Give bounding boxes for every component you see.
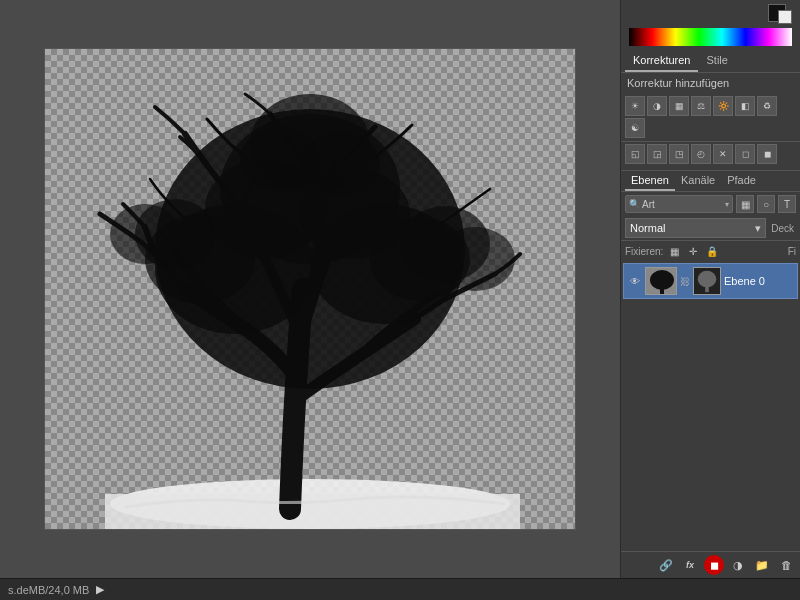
fixieren-row: Fixieren: ▦ ✛ 🔒 Fi (621, 240, 800, 261)
layer-visibility-toggle[interactable]: 👁 (628, 274, 642, 288)
layer-adjustment-btn[interactable]: ◑ (728, 555, 748, 575)
adj-bw[interactable]: ◱ (625, 144, 645, 164)
layer-chain-icon: ⛓ (680, 276, 690, 287)
adj-invert[interactable]: ✕ (713, 144, 733, 164)
tab-pfade[interactable]: Pfade (721, 171, 762, 191)
tab-korrekturen[interactable]: Korrekturen (625, 50, 698, 72)
tab-ebenen[interactable]: Ebenen (625, 171, 675, 191)
adj-vibrance[interactable]: ◧ (735, 96, 755, 116)
play-button[interactable]: ▶ (93, 583, 107, 597)
status-bar: s.de MB/24,0 MB ▶ (0, 578, 800, 600)
layers-controls: 🔍 Art ▾ ▦ ○ T (621, 192, 800, 216)
tree-image (45, 49, 575, 529)
adj-curves[interactable]: ⚖ (691, 96, 711, 116)
svg-rect-19 (660, 286, 664, 295)
layer-folder-btn[interactable]: 📁 (752, 555, 772, 575)
layer-name: Ebene 0 (724, 275, 793, 287)
layer-fx-btn[interactable]: fx (680, 555, 700, 575)
fix-icon-lock[interactable]: 🔒 (704, 243, 720, 259)
canvas-image (45, 49, 575, 529)
fix-icon-move[interactable]: ✛ (685, 243, 701, 259)
adj-levels[interactable]: ▦ (669, 96, 689, 116)
layer-mask-thumbnail (693, 267, 721, 295)
blend-mode-dropdown[interactable]: Normal ▾ (625, 218, 766, 238)
search-icon: 🔍 (629, 199, 640, 209)
file-info: MB/24,0 MB (29, 584, 90, 596)
main-layout: Korrekturen Stile Korrektur hinzufügen ☀… (0, 0, 800, 578)
canvas-area (0, 0, 620, 578)
adj-brightness[interactable]: ☀ (625, 96, 645, 116)
canvas-wrapper (44, 48, 576, 530)
background-color[interactable] (778, 10, 792, 24)
correction-tabs: Korrekturen Stile (621, 50, 800, 73)
adj-threshold[interactable]: ◼ (757, 144, 777, 164)
color-squares[interactable] (621, 4, 792, 24)
layer-row[interactable]: 👁 ⛓ Ebene 0 (623, 263, 798, 299)
adj-color-lookup[interactable]: ◴ (691, 144, 711, 164)
right-panel: Korrekturen Stile Korrektur hinzufügen ☀… (620, 0, 800, 578)
filter-text: Art (642, 199, 725, 210)
layer-icon-btn2[interactable]: ○ (757, 195, 775, 213)
tab-stile[interactable]: Stile (698, 50, 735, 72)
adjustment-icons-row2: ◱ ◲ ◳ ◴ ✕ ◻ ◼ (621, 142, 800, 166)
adj-photo-filter[interactable]: ◲ (647, 144, 667, 164)
opacity-label: Deck (769, 223, 796, 234)
layers-tabs: Ebenen Kanäle Pfade (621, 170, 800, 192)
adj-channel-mixer[interactable]: ◳ (669, 144, 689, 164)
blend-mode-arrow: ▾ (755, 222, 761, 235)
svg-point-15 (110, 204, 180, 264)
adj-exposure[interactable]: 🔆 (713, 96, 733, 116)
adj-color-balance[interactable]: ☯ (625, 118, 645, 138)
blend-mode-row: Normal ▾ Deck (621, 216, 800, 240)
adjustment-icons-row1: ☀ ◑ ▦ ⚖ 🔆 ◧ ♻ ☯ (621, 93, 800, 142)
svg-point-16 (435, 227, 515, 291)
layer-tools: 🔗 fx ◼ ◑ 📁 🗑 (621, 551, 800, 578)
layer-filter-dropdown[interactable]: 🔍 Art ▾ (625, 195, 733, 213)
blend-mode-text: Normal (630, 222, 755, 234)
layer-icon-btn3[interactable]: T (778, 195, 796, 213)
spacer (621, 301, 800, 551)
status-text: s.de (8, 584, 29, 596)
adj-posterize[interactable]: ◻ (735, 144, 755, 164)
layer-icon-btn1[interactable]: ▦ (736, 195, 754, 213)
adj-contrast[interactable]: ◑ (647, 96, 667, 116)
layer-mask-btn[interactable]: ◼ (704, 555, 724, 575)
fixieren-label: Fixieren: (625, 246, 663, 257)
korrektur-title: Korrektur hinzufügen (621, 73, 800, 93)
layer-thumbnail (645, 267, 677, 295)
dropdown-arrow-icon: ▾ (725, 200, 729, 209)
layer-delete-btn[interactable]: 🗑 (776, 555, 796, 575)
fix-icon-pixels[interactable]: ▦ (666, 243, 682, 259)
svg-rect-22 (705, 285, 709, 292)
adj-hsl[interactable]: ♻ (757, 96, 777, 116)
color-spectrum-bar[interactable] (629, 28, 792, 46)
fi-label: Fi (788, 246, 796, 257)
layer-link-btn[interactable]: 🔗 (656, 555, 676, 575)
tab-kanaele[interactable]: Kanäle (675, 171, 721, 191)
